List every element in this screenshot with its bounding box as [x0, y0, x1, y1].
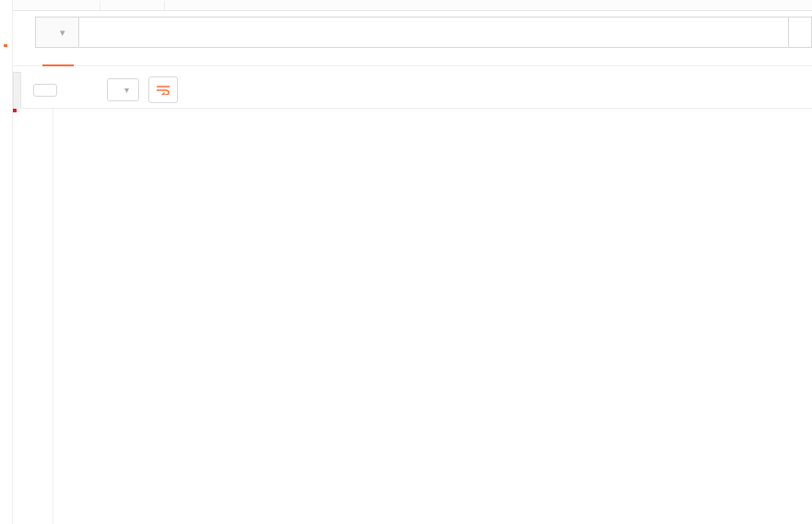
left-rail — [0, 0, 13, 524]
top-tabs-strip — [13, 0, 812, 11]
format-dropdown[interactable]: ▾ — [107, 78, 139, 101]
response-toolbar: ▾ — [13, 72, 812, 109]
left-rail-accent — [4, 44, 7, 47]
request-url-input[interactable] — [78, 17, 789, 48]
http-method-dropdown[interactable]: ▾ — [35, 17, 78, 48]
params-button[interactable] — [789, 17, 812, 48]
tab-ghost[interactable] — [36, 1, 100, 10]
wrap-toggle-button[interactable] — [148, 76, 178, 103]
code-lines[interactable] — [57, 109, 812, 524]
request-subtabs — [13, 53, 812, 66]
tab-ghost[interactable] — [100, 1, 165, 10]
wrap-icon — [157, 82, 170, 98]
chevron-down-icon: ▾ — [124, 85, 129, 95]
chevron-down-icon: ▾ — [60, 27, 65, 39]
request-row: ▾ — [13, 11, 812, 53]
line-gutter — [13, 109, 53, 524]
active-tab-indicator — [42, 64, 74, 66]
response-body — [13, 109, 812, 524]
tab-preview[interactable] — [79, 83, 98, 98]
tab-raw[interactable] — [59, 83, 77, 98]
tab-pretty[interactable] — [33, 84, 57, 97]
